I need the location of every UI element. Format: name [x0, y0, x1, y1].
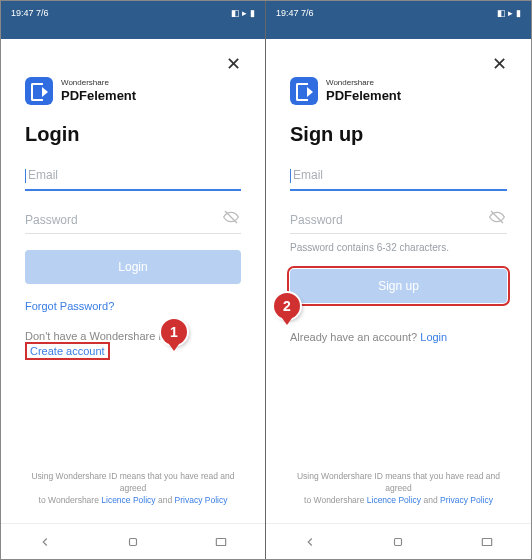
privacy-link[interactable]: Privacy Policy: [440, 495, 493, 505]
no-account-label: Don't have a Wondershare ID?: [25, 330, 175, 342]
login-link[interactable]: Login: [420, 331, 447, 343]
nav-back-icon[interactable]: [37, 534, 53, 550]
brand: Wondershare PDFelement: [290, 77, 507, 105]
status-time: 19:47 7/6: [276, 8, 314, 18]
app-header: [266, 25, 531, 39]
status-icons: ◧ ▸ ▮: [497, 8, 521, 18]
brand-top: Wondershare: [326, 79, 401, 87]
signup-button[interactable]: Sign up: [290, 269, 507, 303]
signup-prompt: Don't have a Wondershare ID? Create acco…: [25, 330, 241, 360]
forgot-password-link[interactable]: Forgot Password?: [25, 300, 241, 312]
privacy-link[interactable]: Privacy Policy: [175, 495, 228, 505]
nav-home-icon[interactable]: [390, 534, 406, 550]
phone-signup: 19:47 7/6 ◧ ▸ ▮ ✕ Wondershare PDFelement…: [266, 1, 531, 559]
android-nav: [1, 523, 265, 559]
brand-bottom: PDFelement: [61, 88, 136, 103]
nav-recent-icon[interactable]: [213, 534, 229, 550]
password-placeholder: Password: [25, 213, 241, 233]
signup-modal: ✕ Wondershare PDFelement Sign up Email P…: [266, 39, 531, 523]
eye-off-icon[interactable]: [489, 209, 505, 228]
footer-text: Using Wondershare ID means that you have…: [25, 471, 241, 515]
eye-off-icon[interactable]: [223, 209, 239, 228]
android-nav: [266, 523, 531, 559]
brand: Wondershare PDFelement: [25, 77, 241, 105]
footer-text: Using Wondershare ID means that you have…: [290, 471, 507, 515]
licence-link[interactable]: Licence Policy: [101, 495, 155, 505]
email-placeholder: Email: [293, 168, 323, 182]
close-icon[interactable]: ✕: [492, 55, 507, 75]
brand-bottom: PDFelement: [326, 88, 401, 103]
page-title: Login: [25, 123, 241, 146]
page-title: Sign up: [290, 123, 507, 146]
brand-top: Wondershare: [61, 79, 136, 87]
nav-recent-icon[interactable]: [479, 534, 495, 550]
status-time: 19:47 7/6: [11, 8, 49, 18]
phone-login: 19:47 7/6 ◧ ▸ ▮ ✕ Wondershare PDFelement…: [1, 1, 266, 559]
login-button[interactable]: Login: [25, 250, 241, 284]
svg-rect-2: [216, 538, 225, 545]
login-modal: ✕ Wondershare PDFelement Login Email Pas…: [1, 39, 265, 523]
email-field[interactable]: Email: [25, 168, 241, 191]
svg-rect-4: [395, 538, 402, 545]
already-label: Already have an account?: [290, 331, 417, 343]
callout-2: 2: [274, 293, 300, 319]
svg-rect-1: [130, 538, 137, 545]
email-placeholder: Email: [28, 168, 58, 182]
svg-rect-5: [482, 538, 491, 545]
callout-1: 1: [161, 319, 187, 345]
password-field[interactable]: Password: [25, 213, 241, 234]
app-header: [1, 25, 265, 39]
status-bar: 19:47 7/6 ◧ ▸ ▮: [1, 1, 265, 25]
create-account-link[interactable]: Create account: [25, 342, 110, 360]
close-icon[interactable]: ✕: [226, 55, 241, 75]
password-hint: Password contains 6-32 characters.: [290, 242, 507, 253]
password-placeholder: Password: [290, 213, 507, 233]
logo-icon: [290, 77, 318, 105]
logo-icon: [25, 77, 53, 105]
status-bar: 19:47 7/6 ◧ ▸ ▮: [266, 1, 531, 25]
nav-home-icon[interactable]: [125, 534, 141, 550]
email-field[interactable]: Email: [290, 168, 507, 191]
nav-back-icon[interactable]: [302, 534, 318, 550]
status-icons: ◧ ▸ ▮: [231, 8, 255, 18]
licence-link[interactable]: Licence Policy: [367, 495, 421, 505]
login-prompt: Already have an account? Login: [290, 331, 507, 343]
password-field[interactable]: Password: [290, 213, 507, 234]
